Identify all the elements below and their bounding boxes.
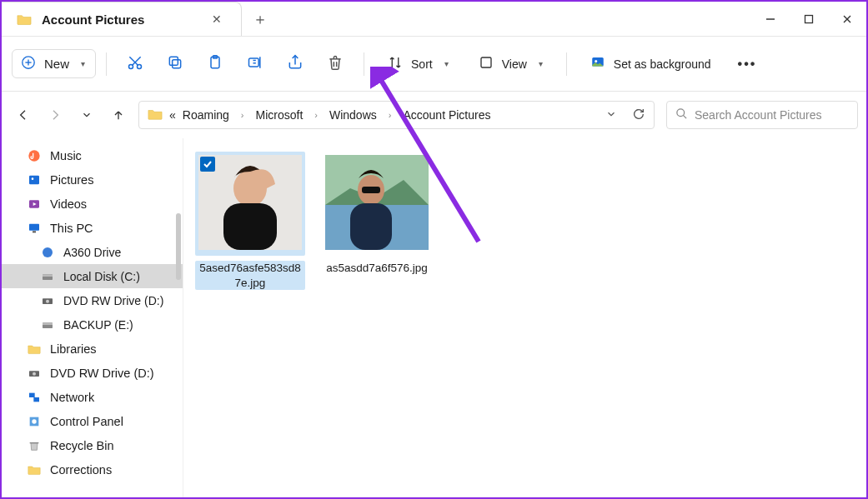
- refresh-button[interactable]: [632, 107, 645, 123]
- chevron-down-icon: ▾: [539, 59, 543, 68]
- tab-title: Account Pictures: [42, 12, 194, 27]
- address-dropdown[interactable]: [605, 108, 617, 122]
- sidebar-item-a360-drive[interactable]: A360 Drive: [2, 240, 183, 264]
- nav-back-button[interactable]: [15, 108, 32, 122]
- svg-rect-29: [29, 223, 39, 230]
- address-bar[interactable]: « Roaming› Microsoft› Windows› Account P…: [138, 101, 655, 129]
- sidebar-scrollbar[interactable]: [176, 213, 181, 280]
- network-icon: [27, 390, 42, 405]
- sidebar-item-dvd-rw-drive-d-[interactable]: DVD RW Drive (D:): [2, 288, 183, 312]
- sidebar-item-backup-e-[interactable]: BACKUP (E:): [2, 312, 183, 337]
- rename-button[interactable]: [237, 47, 273, 81]
- picture-icon: [590, 55, 605, 72]
- minimize-button[interactable]: [751, 2, 790, 36]
- copy-button[interactable]: [157, 47, 193, 81]
- svg-point-25: [28, 150, 39, 161]
- title-bar: Account Pictures ✕ ＋: [2, 2, 866, 37]
- cut-button[interactable]: [117, 47, 153, 81]
- sidebar-item-control-panel[interactable]: Control Panel: [2, 409, 183, 433]
- sidebar-item-local-disk-c-[interactable]: Local Disk (C:): [2, 264, 183, 288]
- window-tab[interactable]: Account Pictures ✕: [2, 2, 242, 36]
- plus-circle-icon: [21, 55, 36, 72]
- nav-recent-dropdown[interactable]: [78, 109, 95, 121]
- share-button[interactable]: [277, 47, 314, 81]
- music-icon: [27, 148, 42, 163]
- svg-point-39: [33, 372, 36, 375]
- new-button[interactable]: New ▾: [12, 49, 96, 78]
- sidebar-item-label: BACKUP (E:): [63, 318, 133, 332]
- paste-button[interactable]: [197, 47, 233, 81]
- dvd-icon: [40, 293, 55, 308]
- set-background-label: Set as background: [614, 57, 711, 71]
- svg-rect-46: [223, 203, 277, 250]
- control-icon: [27, 414, 42, 429]
- view-button[interactable]: View ▾: [465, 47, 556, 81]
- trash-icon: [327, 54, 344, 73]
- toolbar: New ▾ Sort ▾ View ▾ Set as background ••…: [2, 37, 866, 92]
- crumb-1[interactable]: Microsoft: [256, 108, 304, 122]
- svg-line-24: [683, 115, 686, 118]
- sidebar-item-dvd-rw-drive-d-[interactable]: DVD RW Drive (D:): [2, 361, 183, 385]
- sidebar-item-label: A360 Drive: [63, 246, 121, 259]
- svg-rect-40: [29, 392, 35, 397]
- sort-label: Sort: [411, 57, 433, 71]
- set-background-button[interactable]: Set as background: [577, 47, 725, 81]
- share-icon: [287, 54, 304, 73]
- clipboard-icon: [207, 54, 223, 73]
- crumb-3[interactable]: Account Pictures: [403, 108, 490, 122]
- sidebar-item-network[interactable]: Network: [2, 385, 183, 409]
- delete-button[interactable]: [317, 47, 354, 81]
- svg-rect-11: [173, 60, 181, 68]
- new-button-label: New: [44, 57, 69, 71]
- svg-point-31: [43, 247, 53, 257]
- sidebar-item-label: Recycle Bin: [50, 439, 114, 452]
- sidebar-item-corrections[interactable]: Corrections: [2, 457, 183, 482]
- sidebar-item-label: Videos: [50, 197, 87, 211]
- nav-up-button[interactable]: [110, 108, 127, 122]
- copy-icon: [167, 54, 183, 73]
- disk-icon: [40, 269, 55, 284]
- file-thumbnail: [195, 152, 305, 256]
- selected-check-icon: [200, 157, 215, 172]
- file-pane[interactable]: 5ased76asfe583sd87e.jpgas5asdd7a6f576.jp…: [183, 138, 866, 497]
- search-input[interactable]: [695, 108, 849, 122]
- sidebar-item-this-pc[interactable]: This PC: [2, 216, 183, 240]
- folder-icon: [148, 107, 163, 123]
- pc-icon: [27, 221, 42, 236]
- file-item[interactable]: 5ased76asfe583sd87e.jpg: [195, 152, 305, 290]
- sidebar-item-label: Local Disk (C:): [63, 270, 140, 283]
- sidebar-item-libraries[interactable]: Libraries: [2, 337, 183, 361]
- sidebar-item-videos[interactable]: Videos: [2, 192, 183, 216]
- rename-icon: [247, 54, 263, 73]
- view-icon: [479, 55, 494, 72]
- crumb-overflow[interactable]: «: [169, 108, 176, 122]
- disk-icon: [40, 317, 55, 332]
- tab-close-button[interactable]: ✕: [204, 12, 229, 26]
- recycle-icon: [27, 438, 42, 453]
- close-button[interactable]: [828, 2, 866, 36]
- sidebar-item-label: Control Panel: [50, 415, 123, 428]
- file-item[interactable]: as5asdd7a6f576.jpg: [322, 152, 432, 276]
- svg-rect-12: [169, 57, 178, 65]
- crumb-2[interactable]: Windows: [329, 108, 377, 122]
- sidebar-item-pictures[interactable]: Pictures: [2, 167, 183, 192]
- search-box[interactable]: [666, 101, 858, 129]
- sidebar-item-label: DVD RW Drive (D:): [50, 367, 154, 380]
- new-tab-button[interactable]: ＋: [242, 2, 278, 36]
- folder-icon: [27, 462, 42, 477]
- chevron-down-icon: ▾: [444, 59, 449, 68]
- svg-rect-41: [33, 397, 39, 402]
- crumb-0[interactable]: Roaming: [183, 108, 229, 122]
- sidebar-item-label: Music: [50, 149, 82, 162]
- sidebar-item-recycle-bin[interactable]: Recycle Bin: [2, 433, 183, 457]
- more-button[interactable]: •••: [728, 47, 767, 81]
- sidebar-item-music[interactable]: Music: [2, 143, 183, 167]
- search-icon: [675, 107, 688, 122]
- sort-button[interactable]: Sort ▾: [374, 47, 462, 81]
- svg-point-27: [32, 177, 34, 180]
- nav-forward-button[interactable]: [47, 108, 63, 122]
- sidebar-item-label: DVD RW Drive (D:): [63, 294, 163, 307]
- maximize-button[interactable]: [790, 2, 828, 36]
- dvd-icon: [27, 366, 42, 381]
- svg-rect-33: [43, 274, 53, 277]
